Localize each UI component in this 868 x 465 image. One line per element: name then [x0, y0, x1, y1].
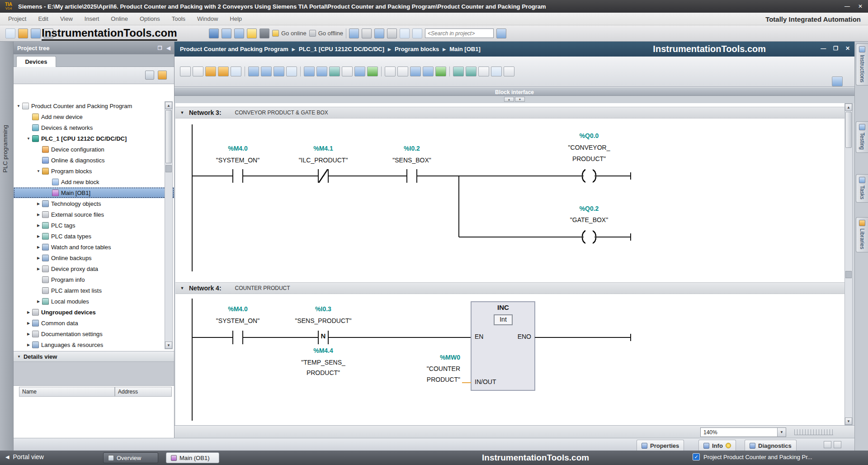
tree-item-ungrouped-devices[interactable]: ▶ Ungrouped devices	[14, 307, 174, 318]
project-library-icon[interactable]	[496, 28, 506, 38]
goto-definition-icon[interactable]	[423, 66, 434, 76]
expand-operands-icon[interactable]	[304, 66, 315, 76]
tree-item-device-configuration[interactable]: Device configuration	[14, 144, 174, 155]
tree-item-plc-data-types[interactable]: ▶ PLC data types	[14, 231, 174, 242]
ladder-canvas[interactable]: ▼ Network 3: CONVEYOR PRODUCT & GATE BOX…	[175, 103, 844, 425]
tree-item-add-new-device[interactable]: Add new device	[14, 111, 174, 122]
compile-block-icon[interactable]	[435, 66, 446, 76]
absolute-operands-icon[interactable]	[248, 66, 259, 76]
tree-item-external-source-files[interactable]: ▶ External source files	[14, 209, 174, 220]
cross-references-icon[interactable]	[374, 28, 384, 38]
tab-diagnostics[interactable]: Diagnostics	[745, 440, 797, 451]
tree-item-common-data[interactable]: ▶ Common data	[14, 318, 174, 328]
scroll-down-icon[interactable]: ▼	[845, 418, 852, 425]
inout-operand-name[interactable]: "COUNTER	[427, 365, 460, 372]
coil-name[interactable]: PRODUCT"	[572, 155, 606, 162]
stop-cpu-icon[interactable]	[259, 28, 269, 38]
panel-collapse-icon[interactable]: ◀	[167, 45, 170, 51]
tree-item-device-proxy-data[interactable]: ▶ Device proxy data	[14, 263, 174, 274]
lock-icon[interactable]	[504, 66, 514, 76]
glasses-icon[interactable]	[491, 66, 502, 76]
download-to-device-icon[interactable]	[222, 28, 231, 38]
tree-item-program-info[interactable]: Program info	[14, 274, 174, 285]
menu-insert[interactable]: Insert	[85, 15, 99, 22]
scroll-up-icon[interactable]: ▲	[845, 104, 852, 111]
network-collapse-icon[interactable]: ▼	[175, 286, 189, 290]
tree-item-online-backups[interactable]: ▶ Online backups	[14, 252, 174, 263]
goto-network-icon[interactable]	[410, 66, 421, 76]
coil-name[interactable]: "CONVEYOR_	[568, 144, 610, 151]
inout-operand-address[interactable]: %MW0	[440, 354, 460, 361]
scrollbar-splitter-handle[interactable]	[845, 271, 852, 278]
tree-item-languages-resources[interactable]: ▶ Languages & resources	[14, 339, 174, 350]
inspector-collapse-icon[interactable]	[824, 441, 831, 448]
tree-item-plc-alarm-text-lists[interactable]: PLC alarm text lists	[14, 285, 174, 296]
tab-instructions[interactable]: Instructions	[856, 43, 868, 85]
network-comments-icon[interactable]	[261, 66, 272, 76]
inc-box-inout-pin[interactable]: IN/OUT	[475, 378, 496, 385]
coil-address[interactable]: %Q0.0	[580, 132, 599, 139]
tree-item-watch-force-tables[interactable]: ▶ Watch and force tables	[14, 242, 174, 252]
tree-item-plc-tags[interactable]: ▶ PLC tags	[14, 220, 174, 231]
taskbar-tab-overview[interactable]: Overview	[103, 452, 158, 463]
jump-forward-icon[interactable]	[397, 66, 408, 76]
contact-address[interactable]: %I0.3	[315, 305, 331, 313]
expand-icon[interactable]: ▶	[25, 310, 32, 314]
open-all-networks-icon[interactable]	[205, 66, 216, 76]
contact-address[interactable]: %I0.2	[404, 145, 420, 152]
monitor-pause-icon[interactable]	[466, 66, 476, 76]
tree-item-main-ob1[interactable]: Main [OB1]	[14, 187, 174, 198]
expand-icon[interactable]: ▶	[35, 245, 42, 249]
start-cpu-icon[interactable]	[247, 28, 257, 38]
expand-icon[interactable]: ▼	[35, 169, 42, 173]
remove-tool-icon[interactable]	[387, 28, 397, 38]
expand-icon[interactable]: ▼	[25, 137, 32, 141]
edge-memory-name[interactable]: "TEMP_SENS_	[301, 359, 345, 366]
contact-name[interactable]: "SENS_BOX"	[392, 157, 431, 164]
contact-name[interactable]: "SYSTEM_ON"	[216, 317, 259, 324]
panel-pin-icon[interactable]: ❐	[158, 45, 162, 51]
jump-backward-icon[interactable]	[385, 66, 396, 76]
tab-testing[interactable]: Testing	[856, 121, 868, 153]
collapse-operands-icon[interactable]	[316, 66, 327, 76]
delete-network-icon[interactable]	[193, 66, 203, 76]
new-project-icon[interactable]	[5, 28, 15, 38]
expand-icon[interactable]: ▶	[35, 223, 42, 228]
zoom-select[interactable]: 140% ▼	[700, 427, 786, 437]
accessible-devices-icon[interactable]	[349, 28, 359, 38]
inc-box-en-pin[interactable]: EN	[475, 333, 483, 340]
network-collapse-icon[interactable]: ▼	[175, 110, 189, 115]
coil-name[interactable]: "GATE_BOX"	[570, 216, 608, 223]
tree-item-local-modules[interactable]: ▶ Local modules	[14, 296, 174, 307]
network-4-comment[interactable]: COUNTER PRODUCT	[235, 285, 290, 291]
menu-options[interactable]: Options	[140, 15, 160, 22]
menu-tools[interactable]: Tools	[172, 15, 185, 22]
expand-icon[interactable]: ▶	[35, 256, 42, 260]
go-offline-button[interactable]: Go offline	[309, 30, 343, 37]
expand-icon[interactable]: ▶	[35, 299, 42, 304]
breadcrumb-project[interactable]: Product Counter and Packing Program	[180, 46, 288, 52]
tab-tasks[interactable]: Tasks	[856, 174, 868, 203]
tree-item-devices-networks[interactable]: Devices & networks	[14, 122, 174, 133]
scrollbar-thumb[interactable]	[165, 110, 172, 163]
open-project-icon[interactable]	[18, 28, 28, 38]
menu-view[interactable]: View	[60, 15, 73, 22]
split-editor-horizontal-icon[interactable]	[412, 28, 422, 38]
editor-maximize-icon[interactable]: ❐	[833, 45, 838, 52]
update-block-calls-icon[interactable]	[367, 66, 378, 76]
details-column-name[interactable]: Name	[19, 387, 115, 397]
open-branch-icon[interactable]	[329, 66, 340, 76]
maximize-editor-icon[interactable]	[832, 76, 843, 86]
comment-toggle-icon[interactable]	[286, 66, 297, 76]
project-tree-scrollbar[interactable]: ▲ ▼	[165, 101, 173, 349]
inc-box-data-type[interactable]: Int	[500, 316, 507, 323]
network-4-header[interactable]: ▼ Network 4: COUNTER PRODUCT	[175, 282, 844, 294]
menu-window[interactable]: Window	[197, 15, 218, 22]
close-all-networks-icon[interactable]	[218, 66, 229, 76]
project-status[interactable]: ✓ Project Product Counter and Packing Pr…	[693, 453, 812, 460]
splitter-down-icon[interactable]: ▼	[515, 97, 525, 102]
zoom-dropdown-icon[interactable]: ▼	[777, 428, 786, 437]
favorites-icon[interactable]	[231, 66, 241, 76]
scroll-down-icon[interactable]: ▼	[165, 342, 172, 349]
empty-box-icon[interactable]	[354, 66, 365, 76]
